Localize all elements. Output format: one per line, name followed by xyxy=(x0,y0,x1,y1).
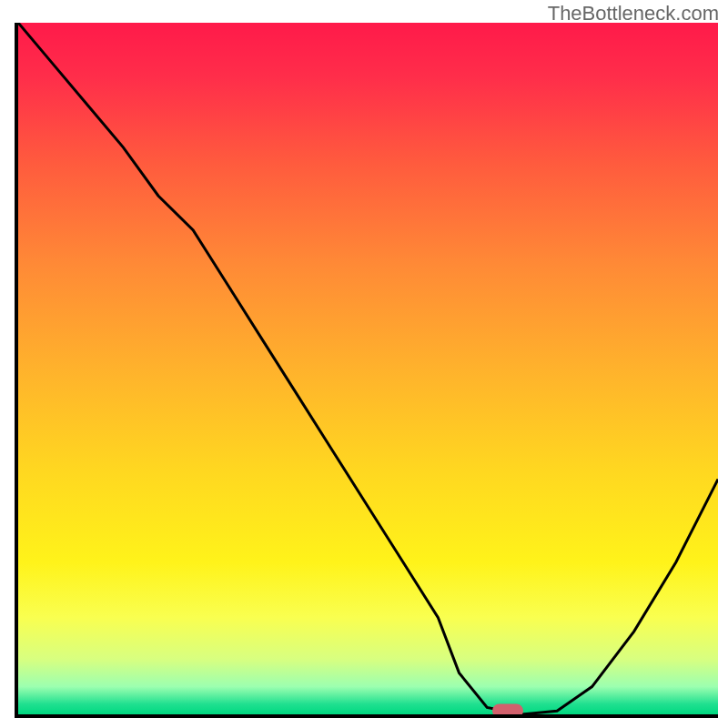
bottleneck-marker xyxy=(492,704,523,718)
bottleneck-chart: TheBottleneck.com xyxy=(0,0,728,728)
curve-line xyxy=(18,23,718,714)
plot-area xyxy=(15,23,718,718)
